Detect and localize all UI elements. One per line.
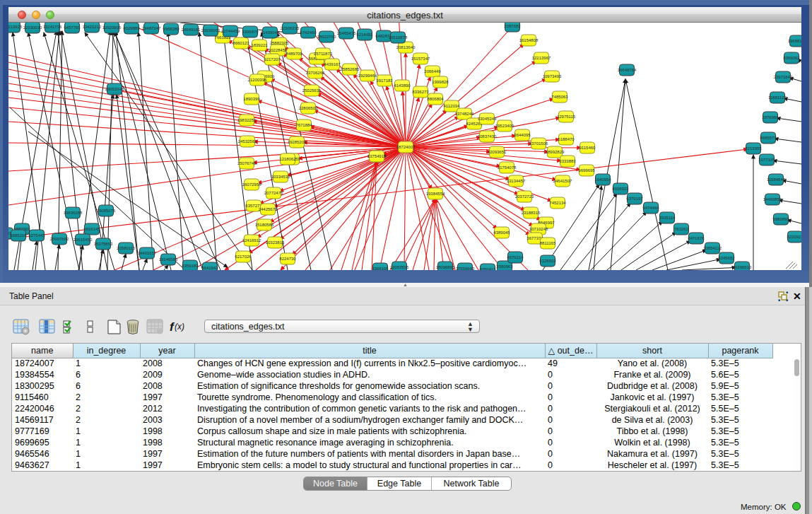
svg-text:6217026: 6217026 (235, 255, 252, 259)
svg-text:13701506: 13701506 (529, 141, 548, 146)
svg-text:9214491: 9214491 (356, 33, 373, 37)
svg-text:12920906: 12920906 (102, 25, 122, 30)
svg-text:2066449: 2066449 (424, 69, 441, 74)
svg-text:9115460: 9115460 (579, 146, 596, 150)
svg-text:12975115: 12975115 (557, 115, 576, 119)
svg-text:8224730: 8224730 (279, 257, 296, 261)
svg-text:8938923: 8938923 (612, 187, 629, 191)
svg-text:9217207: 9217207 (264, 57, 281, 62)
svg-text:24641507: 24641507 (553, 179, 572, 183)
svg-text:20615450: 20615450 (73, 238, 93, 242)
svg-text:6379197: 6379197 (626, 197, 643, 201)
svg-text:22330030: 22330030 (23, 25, 42, 30)
svg-text:6457765: 6457765 (64, 25, 81, 30)
svg-text:19285201: 19285201 (288, 140, 307, 144)
svg-text:12416912: 12416912 (242, 238, 261, 243)
svg-text:18992829: 18992829 (546, 150, 565, 154)
svg-text:9275445: 9275445 (28, 233, 45, 238)
svg-text:13134457: 13134457 (507, 179, 526, 183)
svg-text:14460856: 14460856 (763, 197, 782, 201)
svg-text:19688132: 19688132 (788, 39, 801, 43)
svg-text:18724007: 18724007 (396, 145, 416, 149)
svg-text:9699695: 9699695 (578, 168, 595, 173)
svg-text:3220921: 3220921 (787, 235, 801, 239)
svg-text:8359183: 8359183 (182, 264, 199, 268)
svg-text:10973493: 10973493 (543, 74, 562, 78)
svg-text:19836388: 19836388 (64, 211, 83, 215)
svg-text:4143890: 4143890 (394, 83, 411, 88)
svg-text:1839221: 1839221 (251, 43, 268, 47)
svg-text:8660123: 8660123 (233, 41, 249, 45)
svg-text:23936053: 23936053 (201, 28, 220, 33)
svg-text:3644095: 3644095 (514, 133, 531, 137)
svg-text:3395870: 3395870 (242, 30, 259, 34)
svg-text:11881122: 11881122 (768, 95, 787, 100)
svg-text:25025631: 25025631 (302, 88, 322, 93)
svg-text:2087682: 2087682 (504, 24, 521, 28)
svg-text:(x): (x) (175, 322, 184, 332)
svg-text:13421212: 13421212 (83, 25, 102, 29)
svg-text:25997682: 25997682 (50, 237, 69, 241)
svg-text:20372723: 20372723 (515, 194, 534, 199)
svg-text:8471676: 8471676 (688, 236, 705, 240)
svg-text:2580963: 2580963 (496, 264, 513, 269)
svg-text:16396513: 16396513 (733, 265, 752, 269)
svg-text:15180586: 15180586 (255, 223, 274, 227)
svg-text:23971842: 23971842 (774, 75, 793, 79)
svg-text:4112034: 4112034 (444, 104, 461, 108)
svg-text:2077105: 2077105 (758, 158, 775, 162)
svg-text:18096865: 18096865 (436, 265, 455, 269)
svg-text:8806804: 8806804 (427, 97, 444, 101)
svg-text:6128503: 6128503 (539, 259, 556, 263)
svg-text:21754078: 21754078 (498, 165, 517, 170)
svg-text:8213955: 8213955 (745, 146, 762, 151)
svg-text:23188315: 23188315 (522, 211, 541, 215)
svg-text:16510878: 16510878 (389, 35, 408, 40)
svg-text:7485063: 7485063 (551, 95, 568, 99)
svg-text:21200396: 21200396 (248, 78, 267, 82)
svg-text:19384554: 19384554 (426, 192, 445, 196)
svg-text:16072954: 16072954 (242, 182, 261, 187)
svg-text:7671884: 7671884 (295, 123, 312, 127)
svg-text:11584847: 11584847 (767, 177, 786, 182)
svg-text:6368105: 6368105 (372, 267, 389, 270)
svg-text:1640954: 1640954 (594, 177, 611, 182)
svg-text:24549181: 24549181 (182, 28, 201, 32)
svg-text:25711873: 25711873 (314, 52, 333, 56)
svg-text:20813640: 20813640 (396, 45, 416, 49)
svg-text:23706266: 23706266 (306, 71, 325, 75)
svg-text:10228452: 10228452 (269, 48, 288, 52)
svg-text:9474444: 9474444 (642, 206, 659, 210)
svg-text:25852685: 25852685 (341, 67, 360, 71)
svg-text:4439167: 4439167 (324, 62, 341, 66)
svg-text:19832259: 19832259 (237, 118, 257, 122)
svg-text:23487347: 23487347 (142, 26, 161, 30)
svg-text:22306335: 22306335 (281, 26, 300, 30)
svg-text:1999828: 1999828 (432, 80, 449, 84)
svg-text:9958289: 9958289 (163, 27, 180, 31)
svg-text:24532561: 24532561 (238, 139, 257, 144)
svg-text:19085076: 19085076 (97, 209, 116, 213)
svg-text:10837430: 10837430 (478, 134, 497, 139)
svg-text:14401657: 14401657 (138, 251, 157, 255)
svg-text:10323815: 10323815 (266, 240, 285, 245)
svg-text:8489709: 8489709 (286, 52, 302, 56)
svg-text:10334531: 10334531 (271, 175, 290, 179)
svg-text:19523409: 19523409 (495, 124, 514, 128)
svg-text:15375853: 15375853 (94, 242, 113, 246)
svg-text:8811165: 8811165 (540, 241, 556, 245)
svg-text:22053595: 22053595 (390, 265, 409, 269)
svg-text:9983893: 9983893 (772, 217, 789, 221)
svg-text:6742460: 6742460 (300, 30, 317, 35)
svg-text:29053346: 29053346 (105, 87, 124, 91)
svg-text:13748244: 13748244 (455, 112, 474, 116)
svg-text:16648784: 16648784 (618, 68, 637, 72)
svg-text:9816145: 9816145 (83, 227, 100, 231)
svg-text:17559643: 17559643 (456, 267, 475, 270)
svg-text:19299464: 19299464 (358, 74, 377, 78)
svg-text:22744459: 22744459 (221, 29, 240, 33)
svg-text:10710248: 10710248 (529, 227, 548, 231)
svg-text:25465435: 25465435 (337, 31, 356, 35)
svg-text:13045349: 13045349 (478, 117, 497, 121)
svg-text:8029889: 8029889 (123, 26, 140, 30)
